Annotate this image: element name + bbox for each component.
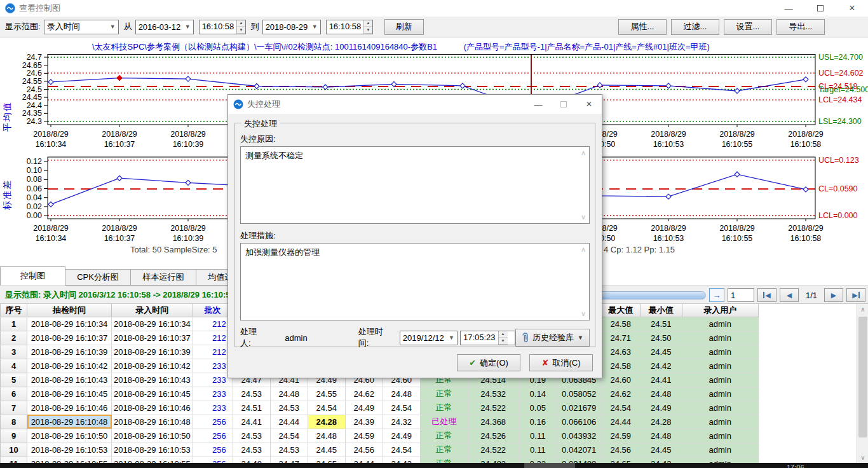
table-cell[interactable]: admin: [682, 331, 758, 345]
table-cell[interactable]: 24.47: [270, 457, 308, 463]
data-point[interactable]: [254, 83, 259, 88]
go-page-button[interactable]: →: [709, 288, 724, 302]
table-row[interactable]: 62018-08-29 16:10:452018-08-29 16:10:452…: [1, 387, 759, 401]
data-point[interactable]: [323, 85, 328, 90]
table-cell[interactable]: 0.066106: [557, 415, 601, 429]
table-cell[interactable]: admin: [682, 415, 758, 429]
ok-button[interactable]: ✔ 确定(O): [457, 354, 520, 371]
table-cell[interactable]: 24.50: [640, 331, 682, 345]
table-cell[interactable]: 24.55: [308, 387, 345, 401]
table-cell[interactable]: 0.05: [519, 401, 557, 415]
table-cell[interactable]: 24.54: [270, 429, 308, 443]
table-cell[interactable]: 24.42: [640, 359, 682, 373]
settings-button[interactable]: 设置...: [724, 19, 772, 35]
properties-button[interactable]: 属性...: [618, 19, 667, 35]
table-cell[interactable]: admin: [682, 401, 758, 415]
table-cell[interactable]: 11: [1, 457, 27, 463]
table-cell[interactable]: 24.58: [601, 317, 640, 331]
table-cell[interactable]: 24.522: [468, 443, 519, 457]
table-cell[interactable]: 0.22: [519, 457, 557, 463]
minimize-icon[interactable]: —: [773, 0, 804, 17]
spinner-arrows-icon[interactable]: ▲▼: [236, 20, 245, 34]
table-cell[interactable]: 24.483: [468, 457, 519, 463]
table-cell[interactable]: 10: [1, 443, 27, 457]
table-cell[interactable]: 24.53: [233, 387, 270, 401]
cancel-button[interactable]: ✘ 取消(C): [529, 354, 593, 371]
col-header[interactable]: 批次: [193, 304, 233, 317]
table-cell[interactable]: 2018-08-29 16:10:53: [112, 443, 193, 457]
data-point[interactable]: [666, 83, 671, 88]
table-vscrollbar[interactable]: ∧ ∨: [857, 304, 868, 463]
table-cell[interactable]: 24.49: [640, 401, 682, 415]
table-cell[interactable]: 24.54: [308, 401, 345, 415]
table-cell[interactable]: 24.45: [308, 443, 345, 457]
table-cell[interactable]: 24.65: [601, 457, 640, 463]
table-cell[interactable]: 233: [193, 401, 233, 415]
table-row[interactable]: 72018-08-29 16:10:462018-08-29 16:10:462…: [1, 401, 759, 415]
col-header[interactable]: 录入用户: [682, 304, 758, 317]
data-point[interactable]: [48, 202, 53, 207]
table-cell[interactable]: 24.51: [640, 317, 682, 331]
table-cell[interactable]: 5: [1, 373, 27, 387]
col-header[interactable]: 最大值: [601, 304, 640, 317]
scroll-down-icon[interactable]: ∨: [581, 310, 586, 318]
scroll-up-icon[interactable]: ∧: [857, 304, 868, 315]
table-cell[interactable]: 24.45: [640, 443, 682, 457]
table-cell[interactable]: admin: [682, 373, 758, 387]
scroll-down-icon[interactable]: ∨: [857, 452, 868, 463]
table-cell[interactable]: 24.59: [345, 429, 383, 443]
table-cell[interactable]: 24.48: [640, 429, 682, 443]
table-cell[interactable]: 7: [1, 401, 27, 415]
table-cell[interactable]: 2018-08-29 16:10:46: [112, 401, 193, 415]
from-time-spinner[interactable]: 16:10:58 ▲▼: [199, 20, 246, 34]
table-cell[interactable]: 2018-08-29 16:10:48: [112, 415, 193, 429]
reason-textarea[interactable]: 测量系统不稳定 ∧ ∨: [240, 146, 590, 224]
table-cell[interactable]: 2018-08-29 16:10:34: [112, 317, 193, 331]
table-cell[interactable]: 24.48: [308, 429, 345, 443]
table-cell[interactable]: 212: [193, 331, 233, 345]
history-library-button[interactable]: 历史经验库 ▼: [515, 329, 590, 347]
table-cell[interactable]: 24.71: [601, 331, 640, 345]
table-cell[interactable]: 256: [193, 415, 233, 429]
close-icon[interactable]: ×: [836, 0, 868, 17]
out-of-control-point[interactable]: [117, 76, 122, 81]
table-cell[interactable]: 212: [193, 345, 233, 359]
table-cell[interactable]: 0.14: [519, 387, 557, 401]
table-cell[interactable]: 0.11: [519, 443, 557, 457]
table-cell[interactable]: 2018-08-29 16:10:42: [112, 359, 193, 373]
table-cell[interactable]: 24.526: [468, 429, 519, 443]
table-cell[interactable]: 24.45: [640, 345, 682, 359]
table-cell[interactable]: 24.62: [601, 387, 640, 401]
tab-control-chart[interactable]: 控制图: [0, 266, 65, 286]
table-cell[interactable]: 24.49: [383, 429, 420, 443]
scroll-up-icon[interactable]: ∧: [581, 149, 586, 157]
table-cell[interactable]: 2: [1, 331, 27, 345]
table-cell[interactable]: 256: [193, 429, 233, 443]
table-cell[interactable]: 24.59: [601, 429, 640, 443]
data-point[interactable]: [186, 180, 191, 185]
table-cell[interactable]: 24.44: [345, 457, 383, 463]
handle-date-select[interactable]: 2019/12/12 ▼: [400, 331, 458, 345]
table-cell[interactable]: 24.54: [601, 401, 640, 415]
table-cell[interactable]: 24.43: [383, 457, 420, 463]
table-cell[interactable]: 2018-08-29 16:10:50: [27, 429, 112, 443]
table-row[interactable]: 112018-08-29 16:10:552018-08-29 16:10:55…: [1, 457, 759, 463]
table-cell[interactable]: admin: [682, 457, 758, 463]
table-row[interactable]: 92018-08-29 16:10:502018-08-29 16:10:502…: [1, 429, 759, 443]
table-cell[interactable]: 24.32: [383, 415, 420, 429]
table-cell[interactable]: 24.44: [270, 415, 308, 429]
export-button[interactable]: 导出...: [776, 19, 825, 35]
table-cell[interactable]: 2018-08-29 16:10:39: [112, 345, 193, 359]
table-row[interactable]: 102018-08-29 16:10:532018-08-29 16:10:53…: [1, 443, 759, 457]
table-cell[interactable]: 24.41: [233, 415, 270, 429]
table-cell[interactable]: 233: [193, 387, 233, 401]
table-cell[interactable]: 已处理: [420, 415, 468, 429]
tab-sample-run[interactable]: 样本运行图: [131, 269, 196, 286]
table-cell[interactable]: 24.44: [601, 415, 640, 429]
refresh-button[interactable]: 刷新: [384, 19, 424, 35]
data-point[interactable]: [735, 88, 740, 93]
table-cell[interactable]: 3: [1, 345, 27, 359]
table-cell[interactable]: 2018-08-29 16:10:39: [27, 345, 112, 359]
last-page-button[interactable]: ▶: [846, 288, 865, 302]
table-cell[interactable]: 233: [193, 373, 233, 387]
